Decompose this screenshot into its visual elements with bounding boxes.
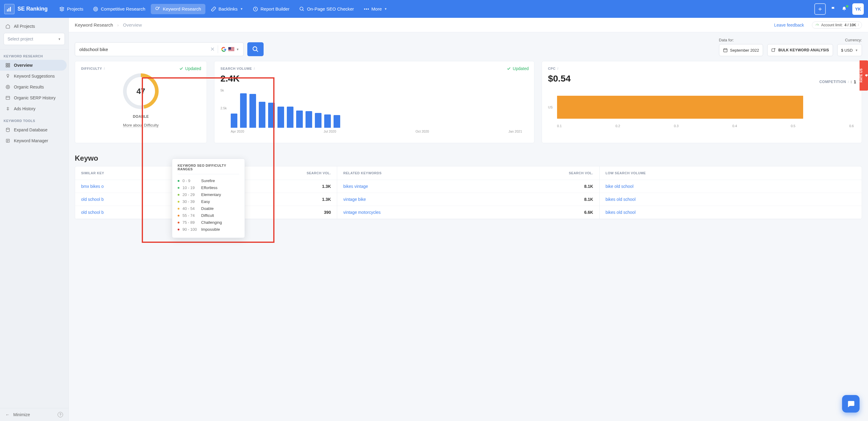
brand-logo-icon[interactable] bbox=[4, 4, 14, 14]
svg-rect-18 bbox=[6, 96, 10, 100]
table-row: bikes old school bbox=[599, 206, 862, 219]
svg-point-16 bbox=[6, 85, 10, 89]
search-icon bbox=[252, 46, 259, 53]
keyword-link[interactable]: bikes old school bbox=[606, 210, 636, 215]
keyword-link[interactable]: bikes old school bbox=[606, 197, 636, 202]
help-icon[interactable]: ? bbox=[58, 412, 63, 417]
info-icon[interactable]: i bbox=[104, 67, 105, 71]
svg-point-21 bbox=[253, 47, 257, 51]
sidebar-organic[interactable]: Organic Results bbox=[0, 82, 67, 92]
cpc-row-label: US bbox=[548, 105, 555, 109]
range-label: Challenging bbox=[201, 220, 222, 225]
breadcrumb-root[interactable]: Keyword Research bbox=[75, 22, 113, 27]
sidebar-serp-label: Organic SERP History bbox=[14, 95, 56, 100]
svg-point-3 bbox=[93, 7, 98, 11]
range-dot-icon bbox=[178, 180, 180, 182]
range-dot-icon bbox=[178, 201, 180, 203]
sidebar-minimize[interactable]: ← Minimize bbox=[5, 412, 30, 417]
keyword-link[interactable]: bmx bikes o bbox=[81, 184, 104, 189]
sidebar-ads-history[interactable]: Ads History bbox=[0, 103, 67, 114]
svg-point-5 bbox=[156, 7, 158, 10]
nav-keyword-research[interactable]: Keyword Research bbox=[151, 4, 206, 14]
currency-label: Currency: bbox=[837, 38, 862, 42]
table-row: vintage motorcycles6.6K bbox=[337, 206, 599, 219]
keyword-link[interactable]: old school b bbox=[81, 197, 104, 202]
search-button[interactable] bbox=[247, 42, 264, 56]
difficulty-score: 47 bbox=[127, 77, 155, 105]
keyword-search-input[interactable] bbox=[79, 47, 207, 52]
keyword-link[interactable]: bikes vintage bbox=[343, 184, 368, 189]
currency-value: $ USD bbox=[841, 48, 852, 53]
bulk-analysis-button[interactable]: BULK KEYWORD ANALYSIS bbox=[767, 44, 833, 56]
cpc-x-labels: 0.1 0.2 0.3 0.4 0.5 0.6 bbox=[557, 124, 856, 128]
brand-name: SE Ranking bbox=[18, 6, 48, 12]
svg-rect-12 bbox=[8, 63, 10, 65]
difficulty-card: DIFFICULTY i Updated 47 DOABLE More abou… bbox=[75, 61, 207, 143]
sidebar-minimize-label: Minimize bbox=[13, 412, 30, 417]
sidebar-keyword-manager[interactable]: Keyword Manager bbox=[0, 135, 67, 146]
range-label: Elementary bbox=[201, 192, 221, 197]
sidebar-suggestions-label: Keyword Suggestions bbox=[14, 74, 55, 79]
nav-report-builder[interactable]: Report Builder bbox=[249, 4, 294, 14]
nav-backlinks[interactable]: Backlinks ▼ bbox=[207, 4, 247, 14]
chart-bar bbox=[249, 94, 256, 128]
col-head-vol: SEARCH VOL. bbox=[307, 171, 331, 175]
chart-bar bbox=[231, 114, 237, 128]
sidebar-expand-db[interactable]: Expand Database bbox=[0, 124, 67, 135]
info-icon[interactable]: i bbox=[848, 80, 849, 84]
keyword-link[interactable]: old school b bbox=[81, 210, 104, 215]
chart-bar bbox=[306, 111, 312, 128]
search-engine-selector[interactable]: ▼ bbox=[221, 47, 239, 52]
nav-more[interactable]: More ▼ bbox=[360, 4, 392, 14]
difficulty-more-link[interactable]: More about Difficulty bbox=[123, 123, 159, 128]
range-value: 75 - 89 bbox=[183, 220, 198, 225]
sidebar-serp-history[interactable]: Organic SERP History bbox=[0, 92, 67, 103]
select-project-dropdown[interactable]: Select project ▼ bbox=[4, 33, 65, 45]
clear-icon[interactable]: ✕ bbox=[210, 46, 215, 53]
nav-report-label: Report Builder bbox=[260, 6, 289, 11]
sidebar-overview[interactable]: Overview bbox=[0, 60, 67, 71]
data-for-selector[interactable]: September 2022 bbox=[719, 44, 763, 56]
keyword-link[interactable]: vintage bike bbox=[343, 197, 366, 202]
leave-feedback-link[interactable]: Leave feedback bbox=[774, 23, 804, 27]
rate-us-tab[interactable]: RATE US bbox=[860, 60, 868, 91]
competition-stat: COMPETITION i : 1 bbox=[819, 79, 856, 84]
col-head-low: LOW SEARCH VOLUME bbox=[606, 171, 646, 175]
chart-bar bbox=[259, 102, 266, 128]
check-icon bbox=[507, 66, 511, 71]
bell-icon[interactable] bbox=[841, 6, 847, 12]
tooltip-range-row: 90 - 100Impossible bbox=[178, 226, 239, 233]
table-row: bikes old school bbox=[599, 193, 862, 206]
sidebar-suggestions[interactable]: Keyword Suggestions bbox=[0, 71, 67, 82]
user-avatar[interactable]: YK bbox=[852, 3, 864, 15]
add-button[interactable]: ＋ bbox=[814, 3, 826, 15]
volume-value: 2.4K bbox=[220, 74, 528, 84]
info-icon[interactable]: i bbox=[557, 67, 558, 71]
volume-bar-chart: 5k2.5k bbox=[231, 88, 528, 128]
chat-icon bbox=[846, 399, 855, 408]
tooltip-range-row: 0 - 9Surefire bbox=[178, 177, 239, 184]
nav-competitive[interactable]: Competitive Research bbox=[89, 4, 150, 14]
chat-fab[interactable] bbox=[842, 395, 860, 413]
table-row: bike old school bbox=[599, 180, 862, 193]
nav-projects[interactable]: Projects bbox=[55, 4, 88, 14]
currency-selector[interactable]: $ USD ▼ bbox=[837, 44, 862, 56]
calendar-icon bbox=[723, 48, 728, 53]
svg-point-10 bbox=[368, 8, 369, 10]
volume-title: SEARCH VOLUME bbox=[220, 67, 252, 71]
nav-onpage-checker[interactable]: On-Page SEO Checker bbox=[295, 4, 358, 14]
sidebar-organic-label: Organic Results bbox=[14, 85, 44, 89]
keyword-link[interactable]: vintage motorcycles bbox=[343, 210, 381, 215]
range-value: 90 - 100 bbox=[183, 227, 198, 232]
sidebar-all-projects[interactable]: All Projects bbox=[4, 22, 63, 33]
chart-bar bbox=[324, 114, 331, 128]
range-label: Surefire bbox=[201, 178, 215, 183]
svg-point-19 bbox=[6, 128, 10, 129]
chart-bar bbox=[287, 107, 293, 128]
svg-rect-22 bbox=[723, 49, 727, 52]
flag-icon[interactable] bbox=[831, 6, 837, 12]
keyword-link[interactable]: bike old school bbox=[606, 184, 634, 189]
rate-us-label: RATE US bbox=[860, 68, 863, 83]
difficulty-gauge: 47 bbox=[123, 74, 159, 109]
info-icon[interactable]: i bbox=[254, 67, 254, 71]
